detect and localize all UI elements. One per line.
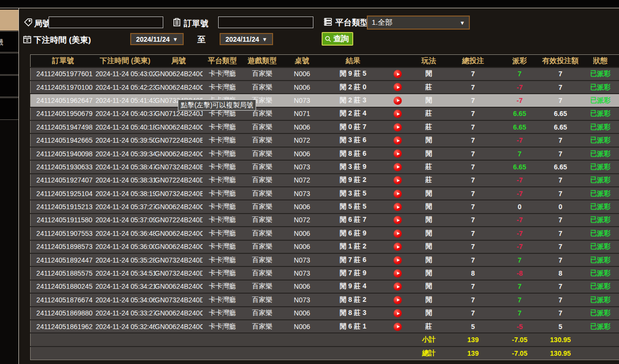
date-from-select[interactable]: 2024/11/24 ▼ bbox=[130, 33, 184, 45]
cell-replay[interactable] bbox=[384, 160, 412, 173]
cell-replay[interactable] bbox=[384, 214, 412, 227]
replay-play-icon[interactable] bbox=[394, 203, 402, 211]
cell-payout: 7 bbox=[500, 253, 540, 266]
cell-side: 莊 bbox=[412, 81, 447, 94]
cell-replay[interactable] bbox=[384, 81, 412, 94]
cell-replay[interactable] bbox=[384, 133, 412, 147]
cell-round[interactable]: GN00624B240CJ bbox=[155, 227, 203, 240]
cell-replay[interactable] bbox=[384, 120, 412, 133]
replay-play-icon[interactable] bbox=[394, 70, 402, 78]
cell-round[interactable]: GN00624B240CP bbox=[155, 120, 203, 133]
cell-replay[interactable] bbox=[384, 227, 412, 240]
replay-play-icon[interactable] bbox=[394, 256, 402, 265]
order-input[interactable] bbox=[218, 17, 313, 28]
table-row[interactable]: 2411240518619622024-11-24 05:32:46GN0062… bbox=[31, 320, 619, 333]
cell-round[interactable]: GN00624B240CO bbox=[155, 147, 203, 160]
table-row[interactable]: 2411240519306332024-11-24 05:38:47GN0732… bbox=[31, 160, 619, 173]
cell-round[interactable]: GN00624B240CI bbox=[155, 240, 203, 253]
table-row[interactable]: 2411240519776012024-11-24 05:43:02GN0062… bbox=[31, 67, 619, 81]
replay-play-icon[interactable] bbox=[394, 97, 402, 105]
cell-round[interactable]: GN00624B240CE bbox=[155, 307, 203, 320]
cell-replay[interactable] bbox=[384, 174, 412, 187]
replay-play-icon[interactable] bbox=[394, 176, 402, 184]
cell-replay[interactable] bbox=[384, 200, 412, 213]
cell-replay[interactable] bbox=[384, 147, 412, 160]
table-row[interactable]: 2411240518985732024-11-24 05:36:00GN0062… bbox=[31, 240, 619, 253]
cell-round[interactable]: GN00624B240CT bbox=[155, 67, 203, 81]
replay-play-icon[interactable] bbox=[394, 269, 402, 278]
cell-platform: 卡卡灣廳 bbox=[203, 227, 242, 240]
table-row[interactable]: 2411240519474982024-11-24 05:40:18GN0062… bbox=[31, 120, 619, 133]
round-input[interactable] bbox=[49, 17, 163, 28]
table-row[interactable]: 2411240519115802024-11-24 05:37:09GN0722… bbox=[31, 214, 619, 227]
cell-platform: 卡卡灣廳 bbox=[203, 120, 242, 133]
date-to-select[interactable]: 2024/11/24 ▼ bbox=[220, 33, 273, 45]
cell-round[interactable]: GN07224B240E0 bbox=[155, 133, 203, 147]
cell-replay[interactable] bbox=[384, 320, 412, 333]
play-triangle-icon bbox=[397, 298, 400, 301]
cell-round[interactable]: GN00624B240CK bbox=[155, 200, 203, 213]
search-button[interactable]: 查詢 bbox=[322, 32, 353, 46]
cell-replay[interactable] bbox=[384, 280, 412, 293]
cell-replay[interactable] bbox=[384, 240, 412, 253]
cell-replay[interactable] bbox=[384, 293, 412, 306]
table-row[interactable]: 2411240518924472024-11-24 05:35:28GN0732… bbox=[31, 253, 619, 266]
play-triangle-icon bbox=[397, 272, 400, 275]
cell-side: 閒 bbox=[412, 307, 447, 320]
cell-replay[interactable] bbox=[384, 307, 412, 320]
table-row[interactable]: 2411240519426652024-11-24 05:39:50GN0722… bbox=[31, 133, 619, 147]
table-row[interactable]: 2411240519400982024-11-24 05:39:34GN0062… bbox=[31, 147, 619, 160]
replay-play-icon[interactable] bbox=[394, 243, 402, 251]
table-row[interactable]: 2411240519506792024-11-24 05:40:37GN0712… bbox=[31, 107, 619, 120]
table-row[interactable]: 2411240519251042024-11-24 05:38:19GN0732… bbox=[31, 187, 619, 200]
cell-round[interactable]: GN07324B240DV bbox=[155, 293, 203, 306]
cell-round[interactable]: GN07224B240DW bbox=[155, 214, 203, 227]
replay-play-icon[interactable] bbox=[394, 110, 402, 118]
sidebar-item-5[interactable] bbox=[0, 98, 18, 120]
replay-play-icon[interactable] bbox=[394, 123, 402, 132]
table-row[interactable]: 2411240519626472024-11-24 05:41:43GN0732… bbox=[31, 94, 619, 107]
cell-result: 閒 1 莊 2 bbox=[322, 240, 384, 253]
cell-replay[interactable] bbox=[384, 67, 412, 81]
sidebar-item-selected[interactable] bbox=[0, 10, 18, 31]
cell-payout: -7 bbox=[500, 81, 540, 94]
sidebar-item-2[interactable]: 機 bbox=[0, 31, 18, 52]
table-row[interactable]: 2411240519274072024-11-24 05:38:31GN0722… bbox=[31, 174, 619, 187]
cell-replay[interactable] bbox=[384, 266, 412, 280]
cell-replay[interactable] bbox=[384, 187, 412, 200]
cell-round[interactable]: GN00624B240CF bbox=[155, 280, 203, 293]
cell-round[interactable]: GN00624B240CS bbox=[155, 81, 203, 94]
sidebar-item-4[interactable] bbox=[0, 75, 18, 97]
replay-play-icon[interactable] bbox=[394, 282, 402, 291]
cell-round[interactable]: GN07324B240DX bbox=[155, 253, 203, 266]
table-row[interactable]: 2411240518698802024-11-24 05:33:27GN0062… bbox=[31, 307, 619, 320]
cell-round[interactable]: GN07324B240E2 bbox=[155, 160, 203, 173]
sidebar-item-3[interactable] bbox=[0, 53, 18, 75]
replay-play-icon[interactable] bbox=[394, 83, 402, 91]
table-row[interactable]: 2411240518855752024-11-24 05:34:51GN0732… bbox=[31, 266, 619, 280]
replay-play-icon[interactable] bbox=[394, 230, 402, 238]
cell-replay[interactable] bbox=[384, 94, 412, 107]
replay-play-icon[interactable] bbox=[394, 136, 402, 145]
replay-play-icon[interactable] bbox=[394, 163, 402, 171]
cell-round[interactable]: GN00624B240CD bbox=[155, 320, 203, 333]
replay-play-icon[interactable] bbox=[394, 296, 402, 304]
replay-play-icon[interactable] bbox=[394, 190, 402, 198]
table-row[interactable]: 2411240519701002024-11-24 05:42:23GN0062… bbox=[31, 81, 619, 94]
replay-play-icon[interactable] bbox=[394, 309, 402, 317]
table-row[interactable]: 2411240518802452024-11-24 05:34:21GN0062… bbox=[31, 280, 619, 293]
table-row[interactable]: 2411240518766742024-11-24 05:34:06GN0732… bbox=[31, 293, 619, 306]
cell-round[interactable]: GN07224B240DY bbox=[155, 174, 203, 187]
cell-round[interactable]: GN07324B240E1 bbox=[155, 187, 203, 200]
cell-round[interactable]: GN07324B240DW bbox=[155, 266, 203, 280]
platform-select[interactable]: 1.全部 ▼ bbox=[367, 16, 470, 30]
summary-cell-payout: -7.05 bbox=[500, 333, 540, 346]
replay-play-icon[interactable] bbox=[394, 323, 402, 331]
replay-play-icon[interactable] bbox=[394, 216, 402, 224]
summary-cell-order bbox=[31, 347, 96, 360]
table-row[interactable]: 2411240519152132024-11-24 05:37:27GN0062… bbox=[31, 200, 619, 213]
table-row[interactable]: 2411240519075532024-11-24 05:36:48GN0062… bbox=[31, 227, 619, 240]
replay-play-icon[interactable] bbox=[394, 149, 402, 158]
cell-replay[interactable] bbox=[384, 107, 412, 120]
cell-replay[interactable] bbox=[384, 253, 412, 266]
